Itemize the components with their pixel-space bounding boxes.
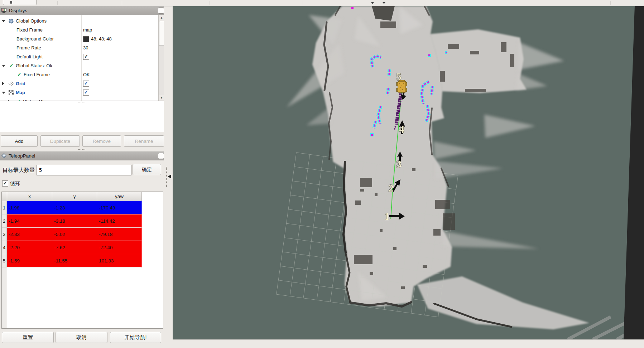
color-swatch[interactable] [83, 36, 89, 42]
loop-checkbox[interactable]: ✓ [2, 180, 8, 187]
row-number[interactable]: 5 [2, 254, 7, 267]
expander-open-icon[interactable] [2, 92, 5, 94]
tree-row-grid[interactable]: Grid ✓ [0, 79, 158, 88]
start-navigation-button[interactable]: 开始导航! [110, 332, 161, 343]
cell-y[interactable]: -7.62 [52, 241, 97, 254]
checkbox-checked[interactable]: ✓ [83, 90, 89, 96]
cell-x[interactable]: -2.33 [7, 228, 52, 241]
expander-closed-icon[interactable] [2, 82, 4, 85]
row-number[interactable]: 3 [2, 228, 7, 241]
tree-value: OK [83, 70, 90, 79]
dropdown-arrow-icon[interactable] [371, 2, 374, 4]
tree-value[interactable]: 48; 48; 48 [91, 34, 112, 43]
teleop-panel-title: TeleopPanel [9, 153, 35, 159]
bottom-strip [173, 339, 644, 348]
cell-y[interactable]: -11.55 [52, 254, 97, 267]
dropdown-arrow-icon[interactable] [383, 2, 385, 4]
tree-label: Fixed Frame [16, 25, 43, 34]
cell-y[interactable]: -1.23 [52, 201, 97, 214]
tree-label: Status: Ok [23, 97, 45, 101]
cell-yaw[interactable]: -114.42 [97, 214, 142, 228]
cancel-button-label: 取消 [76, 334, 87, 341]
status-ok-icon: ✓ [9, 61, 14, 70]
tree-row-global-options[interactable]: Global Options [0, 16, 158, 25]
row-number[interactable]: 2 [2, 214, 7, 228]
max-targets-input[interactable] [37, 165, 131, 175]
remove-button[interactable]: Remove [82, 135, 121, 147]
cell-x[interactable]: -1.94 [7, 214, 52, 228]
map-3d-view[interactable]: 1 2 3 4 5 [173, 6, 644, 339]
column-header-y[interactable]: y [52, 192, 97, 201]
confirm-button-label: 确定 [142, 166, 152, 173]
tree-label: Frame Rate [16, 43, 41, 52]
tree-label: Default Light [16, 52, 43, 61]
tree-row-map-status-partial[interactable]: ✓ Status: Ok [0, 97, 158, 101]
scrollbar-thumb[interactable] [159, 21, 164, 46]
cell-x[interactable]: -2.20 [7, 241, 52, 254]
cell-yaw[interactable]: -72.40 [97, 241, 142, 254]
cell-x[interactable]: -1.59 [7, 254, 52, 267]
displays-icon [1, 8, 7, 13]
splitter-handle[interactable] [78, 149, 85, 150]
gear-icon [9, 19, 14, 24]
tree-value[interactable]: map [83, 25, 92, 34]
column-header-x[interactable]: x [7, 192, 52, 201]
displays-empty-area [0, 101, 164, 132]
expander-closed-icon[interactable] [8, 100, 10, 101]
tree-row-default-light[interactable]: Default Light ✓ [0, 52, 158, 61]
row-number[interactable]: 4 [2, 241, 7, 254]
reset-button-label: 重置 [23, 334, 33, 341]
waypoint-label-5: 5 [396, 71, 402, 82]
toolbar-separator [122, 1, 122, 5]
tree-label: Fixed Frame [24, 70, 50, 79]
grid-icon [9, 82, 14, 86]
duplicate-button[interactable]: Duplicate [40, 135, 80, 147]
tree-row-status-fixed-frame[interactable]: ✓ Fixed Frame OK [0, 70, 158, 79]
tree-row-map[interactable]: Map ✓ [0, 88, 158, 97]
cell-y[interactable]: -3.18 [52, 214, 97, 228]
tree-value[interactable]: 30 [83, 43, 88, 52]
tree-scrollbar[interactable]: ▲ ▼ [158, 15, 164, 101]
reset-button[interactable]: 重置 [2, 332, 54, 343]
rviz-window: Displays Global Options Fixed Frame map … [0, 0, 644, 348]
splitter-handle[interactable] [78, 102, 85, 102]
displays-tree: Global Options Fixed Frame map Backgroun… [0, 15, 164, 101]
cell-y[interactable]: -5.02 [52, 228, 97, 241]
expander-open-icon[interactable] [2, 65, 5, 67]
tool-icon [10, 1, 12, 4]
top-toolbar [0, 0, 644, 6]
confirm-button[interactable]: 确定 [133, 164, 161, 175]
expander-open-icon[interactable] [2, 20, 5, 22]
add-button[interactable]: Add [1, 135, 38, 147]
cell-yaw[interactable]: -170.43 [97, 201, 142, 214]
cancel-button[interactable]: 取消 [56, 332, 107, 343]
displays-panel-titlebar[interactable]: Displays [0, 6, 164, 15]
teleop-panel-titlebar[interactable]: TeleopPanel [0, 151, 164, 160]
panel-float-button[interactable] [158, 153, 164, 159]
tree-row-fixed-frame[interactable]: Fixed Frame map [0, 25, 158, 34]
tree-row-frame-rate[interactable]: Frame Rate 30 [0, 43, 158, 52]
rename-button[interactable]: Rename [124, 135, 164, 147]
row-number[interactable]: 1 [2, 201, 7, 214]
checkbox-checked[interactable]: ✓ [83, 81, 89, 87]
duplicate-button-label: Duplicate [50, 139, 70, 144]
cell-yaw[interactable]: 101.33 [97, 254, 142, 267]
collapse-left-icon[interactable] [168, 174, 171, 179]
panel-float-button[interactable] [158, 8, 164, 14]
cell-x[interactable]: -1.98 [7, 201, 52, 214]
waypoint-table: x y yaw 1 -1.98 -1.23 -170.43 2 -1.94 -3… [1, 192, 163, 329]
status-ok-icon: ✓ [17, 70, 21, 79]
tree-row-global-status[interactable]: ✓ Global Status: Ok [0, 61, 158, 70]
toolbar-tab-fragment[interactable] [3, 0, 37, 5]
checkbox-checked[interactable]: ✓ [83, 54, 89, 60]
column-header-yaw[interactable]: yaw [97, 192, 142, 201]
add-button-label: Add [15, 139, 23, 144]
scroll-down-icon[interactable]: ▼ [159, 95, 164, 101]
panel-splitter[interactable] [166, 167, 168, 187]
cell-yaw[interactable]: -79.18 [97, 228, 142, 241]
scroll-up-icon[interactable]: ▲ [159, 15, 164, 20]
tree-row-background-color[interactable]: Background Color 48; 48; 48 [0, 34, 158, 43]
row-header-strip [2, 267, 7, 328]
toolbar-separator [57, 1, 58, 5]
remove-button-label: Remove [93, 139, 111, 144]
